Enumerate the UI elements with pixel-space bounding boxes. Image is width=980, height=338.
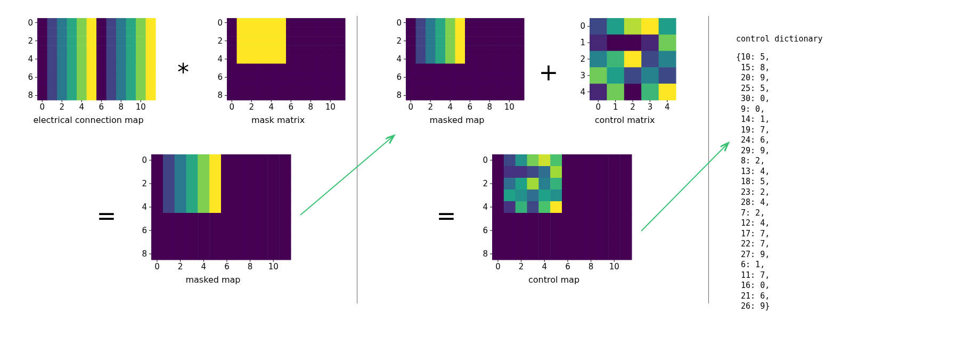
svg-rect-648	[620, 225, 632, 237]
svg-rect-184	[286, 54, 296, 64]
svg-rect-284	[406, 36, 416, 46]
svg-rect-156	[247, 36, 257, 46]
svg-rect-582	[550, 166, 562, 178]
svg-rect-450	[186, 166, 198, 178]
svg-rect-186	[306, 54, 316, 64]
svg-rect-295	[514, 36, 525, 46]
svg-rect-270	[504, 18, 514, 28]
svg-rect-225	[336, 82, 346, 92]
svg-rect-181	[257, 54, 267, 64]
svg-rect-311	[436, 54, 446, 64]
svg-rect-32	[116, 36, 126, 46]
svg-text:2: 2	[142, 179, 147, 188]
svg-rect-411	[607, 84, 624, 100]
svg-rect-69	[126, 64, 136, 73]
svg-rect-29	[87, 36, 97, 46]
svg-rect-571	[562, 154, 574, 167]
svg-rect-220	[286, 82, 296, 92]
svg-text:0: 0	[28, 18, 33, 28]
svg-rect-663	[516, 248, 527, 260]
svg-rect-83	[146, 73, 156, 83]
svg-rect-283	[514, 27, 525, 37]
svg-rect-5	[87, 18, 97, 28]
svg-text:3: 3	[648, 102, 653, 112]
svg-rect-513	[221, 225, 233, 237]
svg-rect-643	[562, 225, 574, 237]
svg-rect-3	[67, 18, 77, 28]
svg-rect-82	[136, 73, 146, 83]
svg-rect-448	[163, 166, 175, 178]
operator-eq-2: =	[436, 202, 457, 229]
svg-rect-209	[296, 73, 306, 83]
svg-rect-194	[266, 64, 276, 73]
svg-rect-407	[624, 67, 642, 84]
svg-rect-61	[47, 64, 58, 73]
svg-rect-104	[116, 91, 126, 101]
svg-rect-345	[416, 82, 426, 92]
svg-rect-583	[562, 166, 574, 178]
svg-rect-48	[37, 54, 47, 64]
svg-rect-352	[485, 82, 495, 92]
svg-rect-642	[550, 225, 562, 237]
svg-rect-319	[514, 54, 525, 64]
svg-rect-100	[77, 91, 87, 101]
svg-rect-410	[590, 84, 607, 100]
svg-rect-233	[296, 91, 306, 101]
svg-text:4: 4	[483, 202, 488, 212]
svg-rect-641	[538, 225, 550, 237]
svg-line-696	[641, 144, 728, 231]
svg-rect-403	[641, 51, 659, 68]
svg-rect-324	[445, 64, 455, 73]
svg-rect-355	[514, 82, 525, 92]
svg-rect-605	[538, 189, 550, 202]
svg-rect-617	[538, 201, 550, 213]
svg-text:2: 2	[396, 36, 402, 46]
svg-rect-2	[57, 18, 67, 28]
svg-rect-159	[276, 36, 287, 46]
svg-rect-332	[406, 73, 416, 83]
svg-text:4: 4	[542, 262, 547, 271]
svg-text:6: 6	[142, 226, 147, 235]
svg-text:8: 8	[142, 249, 147, 259]
svg-rect-300	[445, 45, 455, 55]
svg-rect-180	[247, 54, 257, 64]
svg-rect-31	[107, 36, 117, 46]
svg-rect-394	[659, 18, 676, 35]
svg-text:4: 4	[79, 102, 84, 112]
svg-rect-452	[209, 166, 221, 178]
svg-rect-279	[475, 27, 485, 37]
svg-rect-336	[445, 73, 455, 83]
svg-rect-236	[325, 91, 336, 101]
svg-text:0: 0	[396, 18, 402, 28]
svg-rect-15	[67, 27, 77, 37]
svg-rect-19	[107, 27, 117, 37]
svg-rect-359	[436, 91, 446, 101]
svg-rect-98	[57, 91, 67, 101]
svg-rect-105	[126, 91, 136, 101]
svg-rect-154	[227, 36, 237, 46]
svg-rect-581	[538, 166, 550, 178]
svg-rect-149	[296, 27, 306, 37]
svg-rect-631	[562, 213, 574, 225]
svg-rect-531	[151, 248, 163, 260]
svg-rect-541	[267, 248, 279, 260]
svg-rect-95	[146, 82, 156, 92]
svg-rect-516	[256, 225, 268, 237]
svg-rect-612	[620, 189, 632, 202]
svg-rect-649	[492, 236, 504, 249]
dict-title: control dictionary	[736, 34, 823, 44]
svg-rect-153	[336, 27, 346, 37]
svg-rect-566	[504, 154, 516, 167]
svg-rect-167	[237, 45, 247, 55]
svg-rect-327	[475, 64, 485, 73]
svg-rect-665	[538, 248, 550, 260]
svg-rect-182	[266, 54, 276, 64]
svg-rect-222	[306, 82, 316, 92]
svg-rect-232	[286, 91, 296, 101]
svg-rect-307	[514, 45, 525, 55]
svg-rect-59	[146, 54, 156, 64]
svg-rect-323	[436, 64, 446, 73]
svg-rect-204	[247, 73, 257, 83]
svg-rect-613	[492, 201, 504, 213]
svg-rect-365	[495, 91, 505, 101]
